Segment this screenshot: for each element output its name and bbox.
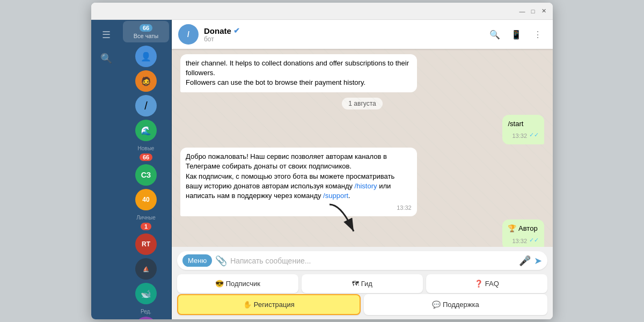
read-receipts: ✓✓ bbox=[529, 131, 539, 139]
main-window: — □ ✕ ☰ 🔍 66 Все чаты 👤 🧔 / 🌊 Новые bbox=[91, 3, 553, 319]
support-button[interactable]: 💬 Поддержка bbox=[364, 294, 547, 315]
more-button[interactable]: ⋮ bbox=[529, 26, 546, 43]
search-icon[interactable]: 🔍 bbox=[96, 48, 117, 69]
minimize-button[interactable]: — bbox=[517, 6, 527, 16]
sidebar: 66 Все чаты 👤 🧔 / 🌊 Новые 66 СЗ 40 Личны… bbox=[121, 20, 172, 319]
message-meta: 13:32 ✓✓ bbox=[508, 235, 539, 245]
message-meta: 13:32 bbox=[186, 202, 412, 212]
message-bubble-sent: /start 13:32 ✓✓ bbox=[502, 115, 544, 145]
link-history[interactable]: /history bbox=[355, 182, 377, 190]
chat-avatar-whale[interactable]: 🐋 bbox=[135, 283, 157, 304]
close-button[interactable]: ✕ bbox=[539, 6, 548, 16]
personal-section-label: Личные bbox=[136, 214, 156, 221]
chat-messages: their channel. It helps to collect donat… bbox=[172, 49, 553, 247]
chat-header: / Donate ✔ бот 🔍 📱 ⋮ bbox=[172, 20, 553, 49]
message-row: 🏆 Автор 13:32 ✓✓ bbox=[180, 219, 544, 247]
main-layout: ☰ 🔍 66 Все чаты 👤 🧔 / 🌊 Новые 66 СЗ 40 bbox=[91, 20, 553, 319]
chat-avatar-cz[interactable]: СЗ bbox=[135, 164, 157, 186]
chat-subtitle: бот bbox=[204, 35, 486, 43]
message-bubble-author: 🏆 Автор 13:32 ✓✓ bbox=[502, 219, 544, 247]
chat-header-actions: 🔍 📱 ⋮ bbox=[486, 26, 546, 43]
chat-area: / Donate ✔ бот 🔍 📱 ⋮ bbox=[172, 20, 553, 319]
message-row: their channel. It helps to collect donat… bbox=[180, 54, 544, 92]
send-button[interactable]: ➤ bbox=[534, 255, 542, 267]
message-bubble-received: Добро пожаловать! Наш сервис позволяет а… bbox=[180, 148, 417, 216]
message-meta: 13:32 ✓✓ bbox=[508, 130, 539, 140]
call-button[interactable]: 📱 bbox=[508, 26, 525, 43]
voice-icon[interactable]: 🎤 bbox=[519, 255, 531, 267]
chat-header-avatar: / bbox=[178, 24, 199, 45]
chat-avatar-2[interactable]: 🧔 bbox=[135, 70, 157, 92]
maximize-button[interactable]: □ bbox=[528, 6, 538, 16]
chat-avatar-ship[interactable]: ⛵ bbox=[135, 258, 157, 280]
register-button[interactable]: ✋ Регистрация bbox=[177, 294, 361, 315]
all-chats-badge: 66 bbox=[140, 24, 152, 32]
sidebar-item-all-chats[interactable]: 66 Все чаты bbox=[123, 21, 169, 42]
chat-input-area: Меню 📎 🎤 ➤ 😎 Подписчик 🗺 Гид ❓ FAQ ✋ Рег… bbox=[172, 247, 553, 319]
chat-header-info: Donate ✔ бот bbox=[204, 26, 486, 43]
quick-replies-row1: 😎 Подписчик 🗺 Гид ❓ FAQ bbox=[177, 274, 547, 293]
message-time: 13:32 bbox=[512, 237, 527, 245]
new-section-label: Новые bbox=[138, 144, 155, 151]
message-bubble: their channel. It helps to collect donat… bbox=[180, 54, 417, 92]
edit-section-label: Ред. bbox=[141, 308, 151, 314]
message-time: 13:32 bbox=[512, 132, 527, 140]
date-separator: 1 августа bbox=[180, 98, 544, 109]
chat-avatar-rt[interactable]: RT bbox=[135, 233, 157, 255]
search-header-button[interactable]: 🔍 bbox=[486, 26, 503, 43]
attach-icon[interactable]: 📎 bbox=[215, 255, 227, 267]
link-support[interactable]: /support bbox=[323, 192, 348, 200]
chat-avatar-1[interactable]: 👤 bbox=[135, 46, 157, 67]
all-chats-label: Все чаты bbox=[134, 33, 159, 39]
date-pill: 1 августа bbox=[342, 98, 382, 109]
verified-icon: ✔ bbox=[233, 26, 240, 35]
new-badge: 66 bbox=[140, 153, 152, 161]
message-text: /start bbox=[508, 120, 523, 128]
message-time: 13:32 bbox=[397, 204, 412, 212]
chat-avatar-last[interactable]: 👥 bbox=[135, 317, 157, 319]
message-row: /start 13:32 ✓✓ bbox=[180, 115, 544, 145]
hamburger-menu-icon[interactable]: ☰ bbox=[96, 24, 117, 46]
read-receipts: ✓✓ bbox=[529, 236, 539, 244]
chat-avatar-active[interactable]: / bbox=[135, 95, 157, 116]
message-row: Добро пожаловать! Наш сервис позволяет а… bbox=[180, 148, 544, 216]
title-bar: — □ ✕ bbox=[91, 3, 553, 20]
chat-avatar-3[interactable]: 🌊 bbox=[135, 120, 157, 141]
guide-button[interactable]: 🗺 Гид bbox=[302, 274, 423, 293]
chat-name-text: Donate bbox=[204, 26, 231, 35]
chat-name: Donate ✔ bbox=[204, 26, 486, 35]
chat-input-row: Меню 📎 🎤 ➤ bbox=[177, 251, 547, 270]
icon-rail: ☰ 🔍 bbox=[91, 20, 121, 319]
chat-avatar-num[interactable]: 40 bbox=[135, 189, 157, 210]
menu-button[interactable]: Меню bbox=[182, 254, 212, 267]
message-input[interactable] bbox=[230, 257, 516, 265]
quick-replies-row2: ✋ Регистрация 💬 Поддержка bbox=[177, 294, 547, 315]
faq-button[interactable]: ❓ FAQ bbox=[426, 274, 547, 293]
personal-badge: 1 bbox=[141, 223, 151, 230]
message-text: 🏆 Автор bbox=[508, 224, 537, 232]
subscriber-button[interactable]: 😎 Подписчик bbox=[177, 274, 298, 293]
